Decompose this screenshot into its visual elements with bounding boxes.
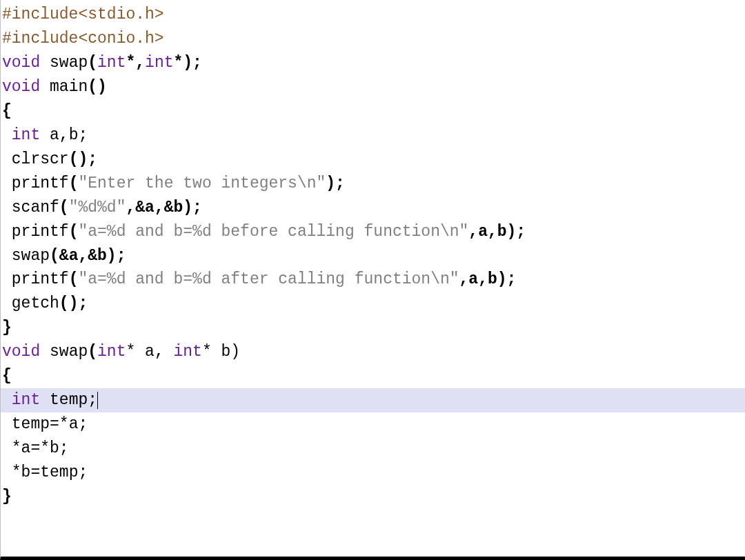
brace: } xyxy=(2,319,12,337)
punct: (); xyxy=(59,294,88,312)
identifier: temp; xyxy=(40,391,97,409)
string-literal: "a=%d and b=%d after calling function\n" xyxy=(78,270,459,288)
function-call: printf xyxy=(12,270,69,288)
indent xyxy=(2,223,12,241)
identifier: a,b; xyxy=(40,126,88,144)
code-line[interactable]: getch(); xyxy=(1,292,745,316)
code-line[interactable]: void main() xyxy=(1,75,745,99)
code-line[interactable]: printf("a=%d and b=%d before calling fun… xyxy=(1,220,745,244)
code-line[interactable]: *b=temp; xyxy=(1,461,745,485)
punct: ( xyxy=(69,174,79,192)
statement: temp=*a; xyxy=(12,415,88,433)
indent xyxy=(2,270,12,288)
punct: *, xyxy=(126,54,145,72)
type: int xyxy=(173,343,201,361)
punct: ( xyxy=(59,199,69,217)
statement: *a=*b; xyxy=(12,439,69,457)
function-call: printf xyxy=(12,174,69,192)
function-call: getch xyxy=(12,294,59,312)
preprocessor: #include<conio.h> xyxy=(2,30,164,48)
function-call: clrscr xyxy=(12,150,69,168)
indent xyxy=(2,150,12,168)
code-line[interactable]: printf("Enter the two integers\n"); xyxy=(1,172,745,196)
function-call: swap xyxy=(12,247,50,265)
indent xyxy=(2,247,12,265)
keyword: int xyxy=(12,391,40,409)
indent xyxy=(2,294,12,312)
punct: *); xyxy=(174,54,202,72)
code-line[interactable]: #include<stdio.h> xyxy=(1,3,745,27)
punct: (); xyxy=(69,150,97,168)
preprocessor: #include<stdio.h> xyxy=(2,6,164,23)
punct: ( xyxy=(69,270,79,288)
code-editor[interactable]: #include<stdio.h> #include<conio.h> void… xyxy=(0,0,745,560)
indent xyxy=(2,463,12,481)
param: * a, xyxy=(126,343,173,361)
indent xyxy=(2,174,12,192)
indent xyxy=(2,391,12,409)
string-literal: "Enter the two integers\n" xyxy=(78,174,326,192)
param: * b) xyxy=(202,343,240,361)
code-line[interactable]: { xyxy=(1,364,745,388)
keyword: void xyxy=(2,343,40,361)
code-line[interactable]: void swap(int*,int*); xyxy=(1,51,745,75)
function-call: scanf xyxy=(12,199,59,217)
punct: (&a,&b); xyxy=(50,247,126,265)
indent xyxy=(2,199,12,217)
type: int xyxy=(97,343,126,361)
punct: ( xyxy=(88,54,97,72)
identifier: main xyxy=(40,78,88,96)
brace: } xyxy=(2,488,12,506)
code-line[interactable]: clrscr(); xyxy=(1,148,745,172)
brace: { xyxy=(2,367,12,385)
statement: *b=temp; xyxy=(12,463,88,481)
punct: ,a,b); xyxy=(459,270,517,288)
keyword: void xyxy=(2,78,40,96)
punct: ( xyxy=(69,223,79,241)
punct: () xyxy=(88,78,107,96)
type: int xyxy=(97,54,126,72)
identifier: swap xyxy=(40,343,88,361)
brace: { xyxy=(2,102,12,120)
punct: ( xyxy=(88,343,97,361)
punct: ,&a,&b); xyxy=(126,199,201,217)
function-call: printf xyxy=(12,223,69,241)
code-line[interactable]: swap(&a,&b); xyxy=(1,244,745,268)
text-caret xyxy=(97,392,98,409)
code-line[interactable]: printf("a=%d and b=%d after calling func… xyxy=(1,268,745,292)
indent xyxy=(2,439,12,457)
indent xyxy=(2,415,12,433)
punct: ); xyxy=(326,174,345,192)
code-line[interactable]: scanf("%d%d",&a,&b); xyxy=(1,196,745,220)
code-line[interactable]: *a=*b; xyxy=(1,437,745,461)
keyword: void xyxy=(2,54,40,72)
code-line[interactable]: } xyxy=(1,485,745,509)
keyword: int xyxy=(12,126,40,144)
indent xyxy=(2,126,12,144)
string-literal: "a=%d and b=%d before calling function\n… xyxy=(78,223,468,241)
punct: ,a,b); xyxy=(468,223,526,241)
code-line[interactable]: } xyxy=(1,316,745,340)
code-line[interactable]: int a,b; xyxy=(1,123,745,148)
code-line[interactable]: void swap(int* a, int* b) xyxy=(1,340,745,364)
code-line[interactable]: #include<conio.h> xyxy=(1,27,745,51)
code-line-current[interactable]: int temp; xyxy=(1,388,745,412)
identifier: swap xyxy=(40,54,88,72)
type: int xyxy=(145,54,173,72)
code-line[interactable]: { xyxy=(1,99,745,123)
code-line[interactable]: temp=*a; xyxy=(1,412,745,437)
string-literal: "%d%d" xyxy=(69,199,126,217)
